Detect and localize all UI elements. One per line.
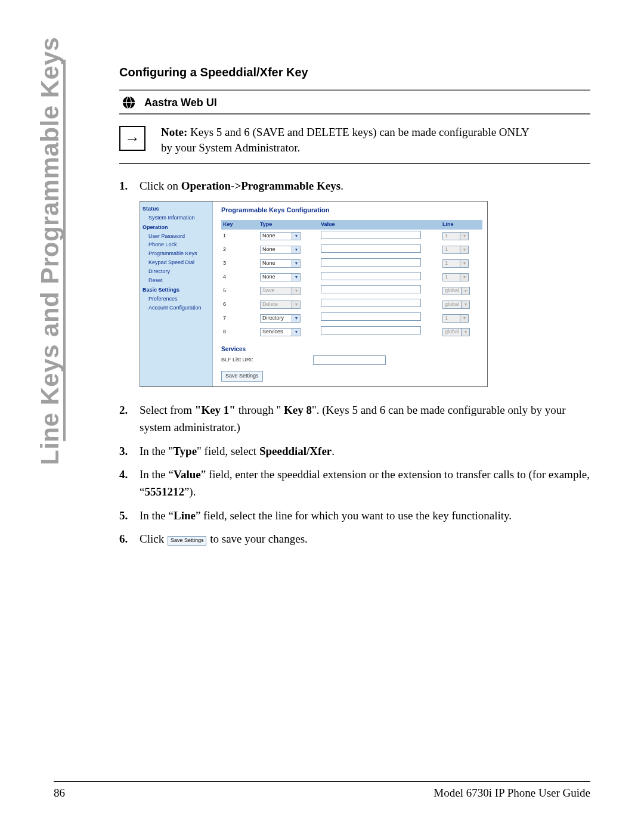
step-2: 2. Select from "Key 1" through " Key 8".… <box>119 401 590 436</box>
nav-item: Keypad Speed Dial <box>143 259 211 267</box>
chevron-down-icon: ▾ <box>292 287 300 295</box>
type-select[interactable]: Services▾ <box>260 328 301 336</box>
step-number: 6. <box>119 530 134 547</box>
value-input[interactable] <box>321 231 421 239</box>
step-body: Select from "Key 1" through " Key 8". (K… <box>140 401 590 436</box>
chevron-down-icon: ▾ <box>460 274 468 281</box>
type-select: Delete▾ <box>260 301 301 309</box>
step-body: Click on Operation->Programmable Keys. <box>140 177 590 194</box>
step-5: 5. In the “Line” field, select the line … <box>119 507 590 524</box>
step-number: 2. <box>119 401 134 436</box>
th-value: Value <box>319 220 441 230</box>
chevron-down-icon: ▾ <box>292 246 300 253</box>
line-select: global▾ <box>442 301 470 309</box>
table-row: 7 Directory▾ 1▾ <box>221 311 482 325</box>
nav-cat-basic: Basic Settings <box>143 286 211 295</box>
th-line: Line <box>441 220 482 230</box>
note-block: → Note: Keys 5 and 6 (SAVE and DELETE ke… <box>119 125 590 164</box>
line-select[interactable]: 1▾ <box>442 273 469 281</box>
type-select[interactable]: None▾ <box>260 246 301 254</box>
line-select[interactable]: 1▾ <box>442 232 469 240</box>
footer-title: Model 6730i IP Phone User Guide <box>434 786 590 800</box>
screenshot-services: Services BLF List URI: <box>221 345 482 365</box>
step-number: 5. <box>119 507 134 524</box>
chevron-down-icon: ▾ <box>292 260 300 267</box>
table-row: 8 Services▾ global▾ <box>221 325 482 339</box>
screenshot-wrap: Status System Information Operation User… <box>140 201 590 387</box>
blf-input[interactable] <box>313 355 386 365</box>
value-input[interactable] <box>321 258 421 267</box>
note-body: Keys 5 and 6 (SAVE and DELETE keys) can … <box>161 126 529 154</box>
th-key: Key <box>221 220 258 230</box>
table-row: 4 None▾ 1▾ <box>221 271 482 284</box>
value-input[interactable] <box>321 312 421 321</box>
type-select[interactable]: None▾ <box>260 232 301 240</box>
save-settings-button[interactable]: Save Settings <box>221 371 263 382</box>
screenshot-main: Programmable Keys Configuration Key Type… <box>213 202 487 386</box>
nav-item: Reset <box>143 277 211 285</box>
chevron-down-icon: ▾ <box>292 315 300 322</box>
side-tab-label: Line Keys and Programmable Keys <box>36 37 64 465</box>
value-input[interactable] <box>321 285 421 293</box>
step-6: 6. Click Save Settings to save your chan… <box>119 530 590 547</box>
table-row: 3 None▾ 1▾ <box>221 257 482 271</box>
step-3: 3. In the "Type" field, select Speeddial… <box>119 442 590 460</box>
step-number: 3. <box>119 442 134 460</box>
line-select[interactable]: 1▾ <box>442 246 469 254</box>
inline-save-settings-button[interactable]: Save Settings <box>168 536 207 546</box>
screenshot-nav: Status System Information Operation User… <box>140 202 213 386</box>
screenshot-title: Programmable Keys Configuration <box>221 205 482 215</box>
step-number: 1. <box>119 177 134 194</box>
type-select[interactable]: Directory▾ <box>260 314 301 323</box>
chevron-down-icon: ▾ <box>292 274 300 281</box>
chevron-down-icon: ▾ <box>461 301 469 308</box>
section-heading: Configuring a Speeddial/Xfer Key <box>119 66 590 79</box>
nav-item: Directory <box>143 268 211 276</box>
line-select[interactable]: 1▾ <box>442 314 469 323</box>
type-select: Save▾ <box>260 287 301 295</box>
chevron-down-icon: ▾ <box>292 329 300 336</box>
screenshot-table: Key Type Value Line 1 None▾ 1▾ 2 None▾ <box>221 220 482 339</box>
nav-item: Account Configuration <box>143 304 211 312</box>
nav-cat-operation: Operation <box>143 224 211 232</box>
arrow-right-icon: → <box>119 126 145 151</box>
line-select: global▾ <box>442 328 470 336</box>
step-4: 4. In the “Value” field, enter the speed… <box>119 466 590 501</box>
note-prefix: Note: <box>161 126 190 138</box>
chevron-down-icon: ▾ <box>461 287 469 295</box>
line-select: global▾ <box>442 287 470 295</box>
value-input[interactable] <box>321 244 421 253</box>
th-type: Type <box>258 220 319 230</box>
line-select[interactable]: 1▾ <box>442 259 469 268</box>
step-body: In the "Type" field, select Speeddial/Xf… <box>140 442 590 460</box>
services-label: Services <box>221 345 482 354</box>
chevron-down-icon: ▾ <box>460 233 468 240</box>
chevron-down-icon: ▾ <box>460 246 468 253</box>
step-number: 4. <box>119 466 134 501</box>
nav-item: System Information <box>143 214 211 222</box>
chevron-down-icon: ▾ <box>461 329 469 336</box>
page-number: 86 <box>54 786 65 800</box>
chevron-down-icon: ▾ <box>292 233 300 240</box>
steps-list: 1. Click on Operation->Programmable Keys… <box>119 177 590 547</box>
nav-item: Phone Lock <box>143 241 211 249</box>
note-text: Note: Keys 5 and 6 (SAVE and DELETE keys… <box>161 125 531 155</box>
table-row: 2 None▾ 1▾ <box>221 243 482 257</box>
page: Line Keys and Programmable Keys Configur… <box>0 0 644 833</box>
nav-item: Programmable Keys <box>143 250 211 258</box>
table-row: 5 Save▾ global▾ <box>221 284 482 298</box>
chevron-down-icon: ▾ <box>460 315 468 322</box>
step-body: In the “Value” field, enter the speeddia… <box>140 466 590 501</box>
value-input[interactable] <box>321 299 421 307</box>
type-select[interactable]: None▾ <box>260 259 301 268</box>
step-body: In the “Line” field, select the line for… <box>140 507 590 524</box>
value-input[interactable] <box>321 272 421 280</box>
nav-item: Preferences <box>143 295 211 304</box>
step-body: Click Save Settings to save your changes… <box>140 530 590 547</box>
table-row: 6 Delete▾ global▾ <box>221 298 482 311</box>
step-1: 1. Click on Operation->Programmable Keys… <box>119 177 590 194</box>
value-input[interactable] <box>321 326 421 335</box>
chevron-down-icon: ▾ <box>292 301 300 308</box>
page-footer: 86 Model 6730i IP Phone User Guide <box>54 781 590 800</box>
type-select[interactable]: None▾ <box>260 273 301 281</box>
